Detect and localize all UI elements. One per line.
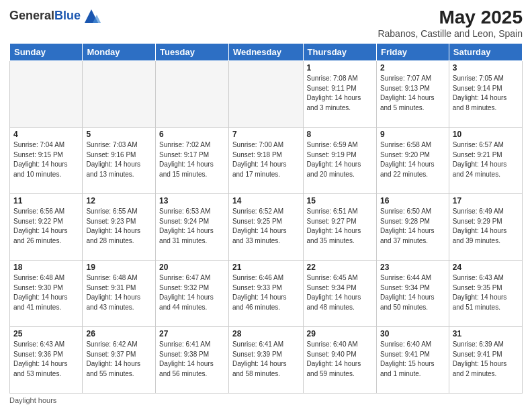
day-number: 22 <box>307 263 373 272</box>
day-number: 1 <box>307 63 373 73</box>
logo-text: GeneralBlue <box>9 9 81 23</box>
day-number: 7 <box>232 130 300 139</box>
calendar-cell-w3d0: 18Sunrise: 6:48 AMSunset: 9:30 PMDayligh… <box>10 261 83 327</box>
calendar-cell-w2d6: 17Sunrise: 6:49 AMSunset: 9:29 PMDayligh… <box>449 194 522 261</box>
calendar-week-2: 11Sunrise: 6:56 AMSunset: 9:22 PMDayligh… <box>10 194 523 261</box>
calendar-cell-w3d5: 23Sunrise: 6:44 AMSunset: 9:34 PMDayligh… <box>376 261 449 327</box>
calendar-cell-w4d1: 26Sunrise: 6:42 AMSunset: 9:37 PMDayligh… <box>83 327 156 394</box>
calendar-cell-w1d3: 7Sunrise: 7:00 AMSunset: 9:18 PMDaylight… <box>228 128 303 194</box>
calendar-cell-w3d2: 20Sunrise: 6:47 AMSunset: 9:32 PMDayligh… <box>156 261 229 327</box>
calendar-cell-w0d5: 2Sunrise: 7:07 AMSunset: 9:13 PMDaylight… <box>376 61 449 128</box>
day-info: Sunrise: 7:08 AMSunset: 9:11 PMDaylight:… <box>307 74 373 113</box>
day-number: 21 <box>232 263 300 272</box>
day-number: 6 <box>159 130 225 139</box>
day-info: Sunrise: 6:49 AMSunset: 9:29 PMDaylight:… <box>453 207 519 246</box>
day-number: 30 <box>380 329 445 338</box>
day-info: Sunrise: 7:04 AMSunset: 9:15 PMDaylight:… <box>13 140 79 179</box>
day-number: 2 <box>380 63 445 73</box>
calendar-cell-w3d3: 21Sunrise: 6:46 AMSunset: 9:33 PMDayligh… <box>228 261 303 327</box>
calendar-cell-w4d4: 29Sunrise: 6:40 AMSunset: 9:40 PMDayligh… <box>303 327 376 394</box>
day-info: Sunrise: 6:43 AMSunset: 9:36 PMDaylight:… <box>13 340 79 379</box>
day-info: Sunrise: 6:53 AMSunset: 9:24 PMDaylight:… <box>159 207 225 246</box>
day-info: Sunrise: 6:58 AMSunset: 9:20 PMDaylight:… <box>380 140 445 179</box>
daylight-label: Daylight hours <box>9 396 56 404</box>
day-number: 16 <box>380 196 445 205</box>
day-info: Sunrise: 6:51 AMSunset: 9:27 PMDaylight:… <box>307 207 373 246</box>
day-info: Sunrise: 6:56 AMSunset: 9:22 PMDaylight:… <box>13 207 79 246</box>
day-number: 28 <box>232 329 300 338</box>
calendar-table: Sunday Monday Tuesday Wednesday Thursday… <box>9 43 523 394</box>
calendar-cell-w3d1: 19Sunrise: 6:48 AMSunset: 9:31 PMDayligh… <box>83 261 156 327</box>
logo-icon <box>82 7 101 26</box>
calendar-cell-w3d4: 22Sunrise: 6:45 AMSunset: 9:34 PMDayligh… <box>303 261 376 327</box>
day-info: Sunrise: 6:43 AMSunset: 9:35 PMDaylight:… <box>453 273 519 312</box>
calendar-cell-w0d2 <box>156 61 229 128</box>
day-number: 9 <box>380 130 445 139</box>
day-number: 20 <box>159 263 225 272</box>
title-block: May 2025 Rabanos, Castille and Leon, Spa… <box>378 7 523 39</box>
col-thursday: Thursday <box>303 44 376 61</box>
calendar-cell-w4d0: 25Sunrise: 6:43 AMSunset: 9:36 PMDayligh… <box>10 327 83 394</box>
day-number: 26 <box>86 329 152 338</box>
day-info: Sunrise: 7:07 AMSunset: 9:13 PMDaylight:… <box>380 74 445 113</box>
col-tuesday: Tuesday <box>156 44 229 61</box>
day-number: 18 <box>13 263 79 272</box>
calendar-cell-w2d3: 14Sunrise: 6:52 AMSunset: 9:25 PMDayligh… <box>228 194 303 261</box>
day-number: 19 <box>86 263 152 272</box>
day-number: 3 <box>453 63 519 73</box>
calendar-cell-w1d1: 5Sunrise: 7:03 AMSunset: 9:16 PMDaylight… <box>83 128 156 194</box>
calendar-cell-w0d6: 3Sunrise: 7:05 AMSunset: 9:14 PMDaylight… <box>449 61 522 128</box>
logo-general: General <box>9 9 54 22</box>
calendar-week-0: 1Sunrise: 7:08 AMSunset: 9:11 PMDaylight… <box>10 61 523 128</box>
col-sunday: Sunday <box>10 44 83 61</box>
calendar-week-1: 4Sunrise: 7:04 AMSunset: 9:15 PMDaylight… <box>10 128 523 194</box>
calendar-cell-w0d1 <box>83 61 156 128</box>
day-info: Sunrise: 6:47 AMSunset: 9:32 PMDaylight:… <box>159 273 225 312</box>
calendar-cell-w4d2: 27Sunrise: 6:41 AMSunset: 9:38 PMDayligh… <box>156 327 229 394</box>
logo-blue: Blue <box>54 9 81 22</box>
day-info: Sunrise: 6:48 AMSunset: 9:30 PMDaylight:… <box>13 273 79 312</box>
calendar-week-3: 18Sunrise: 6:48 AMSunset: 9:30 PMDayligh… <box>10 261 523 327</box>
day-number: 24 <box>453 263 519 272</box>
day-number: 13 <box>159 196 225 205</box>
header: GeneralBlue May 2025 Rabanos, Castille a… <box>9 7 523 39</box>
footer: Daylight hours <box>9 396 523 404</box>
col-monday: Monday <box>83 44 156 61</box>
calendar-cell-w0d3 <box>228 61 303 128</box>
day-number: 23 <box>380 263 445 272</box>
day-info: Sunrise: 6:41 AMSunset: 9:39 PMDaylight:… <box>232 340 300 379</box>
calendar-cell-w1d2: 6Sunrise: 7:02 AMSunset: 9:17 PMDaylight… <box>156 128 229 194</box>
day-info: Sunrise: 6:39 AMSunset: 9:41 PMDaylight:… <box>453 340 519 379</box>
day-number: 12 <box>86 196 152 205</box>
calendar-header-row: Sunday Monday Tuesday Wednesday Thursday… <box>10 44 523 61</box>
calendar-cell-w1d4: 8Sunrise: 6:59 AMSunset: 9:19 PMDaylight… <box>303 128 376 194</box>
day-info: Sunrise: 6:40 AMSunset: 9:41 PMDaylight:… <box>380 340 445 379</box>
day-number: 27 <box>159 329 225 338</box>
calendar-cell-w4d5: 30Sunrise: 6:40 AMSunset: 9:41 PMDayligh… <box>376 327 449 394</box>
day-number: 14 <box>232 196 300 205</box>
day-info: Sunrise: 6:46 AMSunset: 9:33 PMDaylight:… <box>232 273 300 312</box>
calendar-cell-w2d5: 16Sunrise: 6:50 AMSunset: 9:28 PMDayligh… <box>376 194 449 261</box>
day-info: Sunrise: 7:02 AMSunset: 9:17 PMDaylight:… <box>159 140 225 179</box>
calendar-week-4: 25Sunrise: 6:43 AMSunset: 9:36 PMDayligh… <box>10 327 523 394</box>
calendar-cell-w4d6: 31Sunrise: 6:39 AMSunset: 9:41 PMDayligh… <box>449 327 522 394</box>
col-wednesday: Wednesday <box>228 44 303 61</box>
subtitle: Rabanos, Castille and Leon, Spain <box>378 28 523 39</box>
day-number: 31 <box>453 329 519 338</box>
calendar-cell-w1d0: 4Sunrise: 7:04 AMSunset: 9:15 PMDaylight… <box>10 128 83 194</box>
day-info: Sunrise: 6:52 AMSunset: 9:25 PMDaylight:… <box>232 207 300 246</box>
day-number: 4 <box>13 130 79 139</box>
day-number: 5 <box>86 130 152 139</box>
day-number: 29 <box>307 329 373 338</box>
calendar-cell-w4d3: 28Sunrise: 6:41 AMSunset: 9:39 PMDayligh… <box>228 327 303 394</box>
col-friday: Friday <box>376 44 449 61</box>
day-info: Sunrise: 6:50 AMSunset: 9:28 PMDaylight:… <box>380 207 445 246</box>
day-number: 25 <box>13 329 79 338</box>
calendar-cell-w0d4: 1Sunrise: 7:08 AMSunset: 9:11 PMDaylight… <box>303 61 376 128</box>
calendar-cell-w1d5: 9Sunrise: 6:58 AMSunset: 9:20 PMDaylight… <box>376 128 449 194</box>
calendar-cell-w0d0 <box>10 61 83 128</box>
day-info: Sunrise: 7:03 AMSunset: 9:16 PMDaylight:… <box>86 140 152 179</box>
day-info: Sunrise: 6:41 AMSunset: 9:38 PMDaylight:… <box>159 340 225 379</box>
day-info: Sunrise: 6:55 AMSunset: 9:23 PMDaylight:… <box>86 207 152 246</box>
day-number: 8 <box>307 130 373 139</box>
